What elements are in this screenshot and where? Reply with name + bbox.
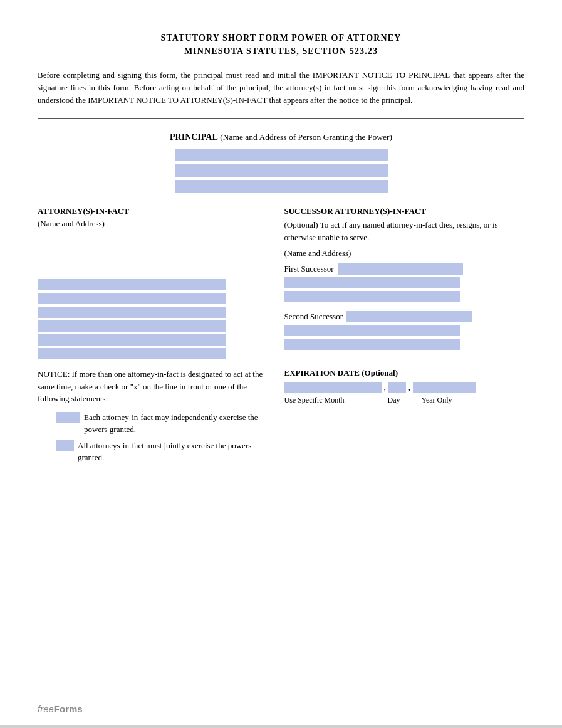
expiration-labels: Use Specific Month Day Year Only [284,396,525,405]
successor-heading: SUCCESSOR ATTORNEY(S)-IN-FACT [284,206,525,216]
first-successor-label: First Successor [284,264,334,274]
notice-expiration-row: NOTICE: If more than one attorney-in-fac… [38,368,524,468]
check-option-1: Each attorney-in-fact may independently … [56,411,272,436]
check-option-2: All attorneys-in-fact must jointly exerc… [56,440,272,464]
notice-section: NOTICE: If more than one attorney-in-fac… [38,368,281,468]
title-line1: STATUTORY SHORT FORM POWER OF ATTORNEY [38,31,524,45]
first-successor-input-3[interactable] [284,291,460,302]
expiration-comma2: , [408,382,410,393]
attorney-input-4[interactable] [38,320,226,332]
principal-input-1[interactable] [175,149,388,161]
successor-section: SUCCESSOR ATTORNEY(S)-IN-FACT (Optional)… [281,206,525,362]
checkbox-2[interactable] [56,440,74,451]
attorney-subheading: (Name and Address) [38,219,272,229]
divider [38,118,524,119]
principal-section: PRINCIPAL (Name and Address of Person Gr… [38,132,524,193]
two-col-section: ATTORNEY(S)-IN-FACT (Name and Address) S… [38,206,524,362]
expiration-month-input[interactable] [284,382,382,393]
checkbox-1[interactable] [56,412,80,423]
second-successor-input-2[interactable] [284,325,460,336]
expiration-year-label: Year Only [419,396,482,405]
attorney-input-3[interactable] [38,307,226,318]
principal-input-2[interactable] [175,164,388,177]
attorney-input-6[interactable] [38,348,226,359]
first-successor-row: First Successor [284,263,525,275]
second-successor-input-1[interactable] [346,311,472,322]
second-successor-block: Second Successor [284,311,525,350]
check-text-2: All attorneys-in-fact must jointly exerc… [78,440,272,464]
expiration-comma: , [384,382,386,393]
expiration-month-label: Use Specific Month [284,396,382,405]
title-section: STATUTORY SHORT FORM POWER OF ATTORNEY M… [38,31,524,58]
expiration-inputs-row: , , [284,382,525,393]
principal-label: PRINCIPAL (Name and Address of Person Gr… [38,132,524,142]
second-successor-row: Second Successor [284,311,525,322]
principal-input-3[interactable] [175,180,388,193]
attorney-input-5[interactable] [38,334,226,346]
expiration-day-label: Day [382,396,419,405]
freeforms-logo: freeForms [38,704,83,714]
check-text-1: Each attorney-in-fact may independently … [84,411,272,436]
title-line2: MINNESOTA STATUTES, SECTION 523.23 [38,45,524,58]
first-successor-input-1[interactable] [338,263,463,275]
first-successor-input-2[interactable] [284,277,460,288]
expiration-year-input[interactable] [413,382,476,393]
logo-forms: Forms [54,704,83,714]
second-successor-input-3[interactable] [284,339,460,350]
logo-free: free [38,704,54,714]
successor-name-address: (Name and Address) [284,247,525,260]
attorney-section: ATTORNEY(S)-IN-FACT (Name and Address) [38,206,281,362]
expiration-section: EXPIRATION DATE (Optional) , , Use Speci… [281,368,525,468]
successor-optional: (Optional) To act if any named attorney-… [284,219,525,243]
attorney-input-2[interactable] [38,293,226,304]
attorney-heading: ATTORNEY(S)-IN-FACT [38,206,272,216]
page: STATUTORY SHORT FORM POWER OF ATTORNEY M… [0,0,562,728]
bottom-bar [0,725,562,728]
expiration-heading: EXPIRATION DATE (Optional) [284,368,525,378]
first-successor-block: First Successor [284,263,525,302]
expiration-day-input[interactable] [388,382,406,393]
notice-options: Each attorney-in-fact may independently … [38,411,272,464]
notice-text: NOTICE: If more than one attorney-in-fac… [38,368,272,405]
intro-paragraph: Before completing and signing this form,… [38,69,524,107]
attorney-input-1[interactable] [38,279,226,290]
second-successor-label: Second Successor [284,312,343,322]
